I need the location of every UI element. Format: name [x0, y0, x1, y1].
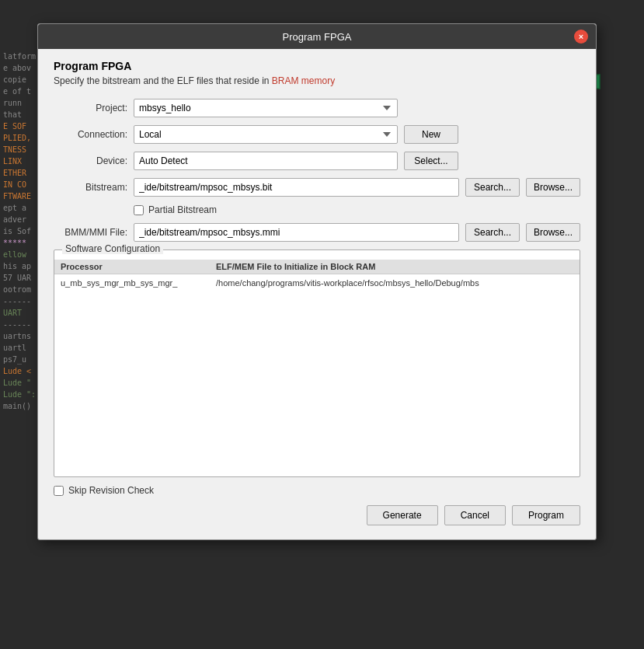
- bmm-browse-button[interactable]: Browse...: [526, 223, 580, 242]
- footer-buttons: Generate Cancel Program: [54, 505, 580, 529]
- software-config-legend: Software Configuration: [62, 243, 163, 254]
- skip-revision-label: Skip Revision Check: [68, 485, 154, 496]
- new-button[interactable]: New: [404, 125, 458, 144]
- close-button[interactable]: ×: [574, 30, 588, 44]
- dialog-header-title: Program FPGA: [54, 60, 580, 72]
- form-section: Project: mbsys_hello Connection: Local N…: [54, 99, 580, 242]
- sw-elf-cell: /home/chang/programs/vitis-workplace/rfs…: [216, 278, 573, 288]
- partial-bitstream-row: Partial Bitstream: [134, 204, 580, 215]
- connection-label: Connection:: [54, 129, 127, 140]
- dialog-overlay: Program FPGA × Program FPGA Specify the …: [0, 0, 644, 649]
- device-input[interactable]: [134, 152, 398, 170]
- sw-col2-header: ELF/MEM File to Initialize in Block RAM: [216, 262, 573, 271]
- sw-config-body[interactable]: u_mb_sys_mgr_mb_sys_mgr_ /home/chang/pro…: [54, 274, 580, 476]
- sw-col1-header: Processor: [61, 262, 216, 271]
- dialog-body: Program FPGA Specify the bitstream and t…: [38, 49, 596, 539]
- dialog-titlebar: Program FPGA ×: [38, 24, 596, 49]
- partial-bitstream-checkbox[interactable]: [134, 205, 144, 215]
- device-row: Device: Select...: [54, 152, 580, 170]
- bitstream-search-button[interactable]: Search...: [465, 178, 520, 197]
- cancel-button[interactable]: Cancel: [444, 505, 506, 525]
- select-button[interactable]: Select...: [404, 152, 458, 170]
- device-label: Device:: [54, 155, 127, 166]
- partial-bitstream-label: Partial Bitstream: [148, 204, 217, 215]
- sw-config-header: Processor ELF/MEM File to Initialize in …: [54, 260, 580, 274]
- skip-revision-checkbox[interactable]: [54, 486, 64, 496]
- connection-select[interactable]: Local: [134, 125, 398, 144]
- skip-revision-row: Skip Revision Check: [54, 485, 580, 496]
- dialog-header: Program FPGA Specify the bitstream and t…: [54, 60, 580, 86]
- project-select[interactable]: mbsys_hello: [134, 99, 398, 117]
- program-fpga-dialog: Program FPGA × Program FPGA Specify the …: [37, 23, 597, 540]
- bitstream-label: Bitstream:: [54, 182, 127, 193]
- bitstream-row: Bitstream: Search... Browse...: [54, 178, 580, 197]
- bmm-search-button[interactable]: Search...: [465, 223, 520, 242]
- bmm-row: BMM/MMI File: Search... Browse...: [54, 223, 580, 242]
- generate-button[interactable]: Generate: [367, 505, 438, 525]
- software-config-inner: Processor ELF/MEM File to Initialize in …: [54, 256, 580, 476]
- dialog-title: Program FPGA: [60, 31, 574, 43]
- sw-processor-cell: u_mb_sys_mgr_mb_sys_mgr_: [61, 278, 216, 288]
- software-config-group: Software Configuration Processor ELF/MEM…: [54, 249, 580, 477]
- sw-config-row: u_mb_sys_mgr_mb_sys_mgr_ /home/chang/pro…: [54, 274, 580, 291]
- bmm-input[interactable]: [134, 223, 459, 242]
- connection-row: Connection: Local New: [54, 125, 580, 144]
- project-label: Project:: [54, 103, 127, 113]
- bitstream-input[interactable]: [134, 178, 459, 197]
- bmm-label: BMM/MMI File:: [54, 227, 127, 238]
- bitstream-browse-button[interactable]: Browse...: [526, 178, 580, 197]
- dialog-header-description: Specify the bitstream and the ELF files …: [54, 75, 580, 86]
- project-row: Project: mbsys_hello: [54, 99, 580, 117]
- program-button[interactable]: Program: [512, 505, 580, 525]
